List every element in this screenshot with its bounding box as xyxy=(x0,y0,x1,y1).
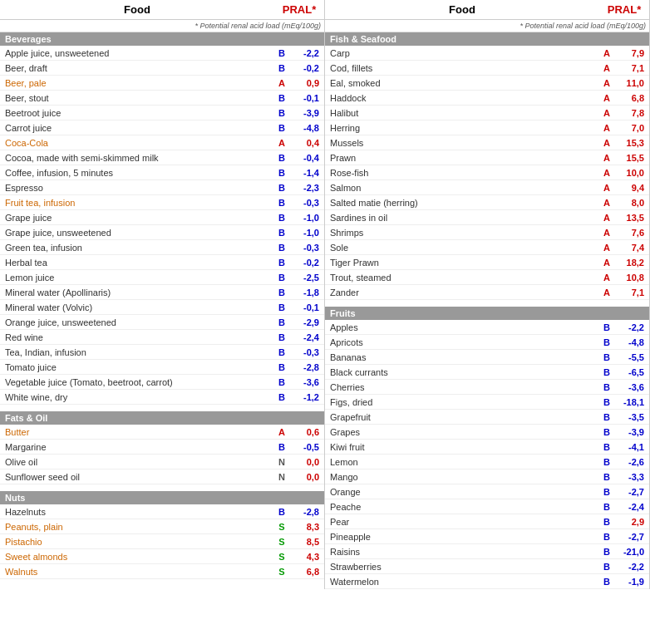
grade-badge: B xyxy=(274,332,289,342)
grade-badge: B xyxy=(274,213,289,223)
table-row: Cocoa, made with semi-skimmed milkB-0,4 xyxy=(0,150,324,165)
grade-badge: B xyxy=(599,532,614,542)
food-name: Shrimps xyxy=(325,227,599,238)
grade-badge: B xyxy=(274,153,289,163)
grade-badge: B xyxy=(599,322,614,332)
table-row: Fruit tea, infusionB-0,3 xyxy=(0,195,324,210)
table-row: HaddockA6,8 xyxy=(325,91,649,106)
right-column: Food PRAL* * Potential renal acid load (… xyxy=(325,0,650,589)
table-row: Sunflower seed oilN0,0 xyxy=(0,469,324,484)
food-name: Apple juice, unsweetened xyxy=(0,47,274,59)
table-row: Vegetable juice (Tomato, beetroot, carro… xyxy=(0,375,324,390)
grade-badge: B xyxy=(274,273,289,283)
grade-badge: A xyxy=(599,273,614,283)
table-row: Tea, Indian, infusionB-0,3 xyxy=(0,345,324,360)
table-row: Rose-fishA10,0 xyxy=(325,165,649,180)
food-name: Beetroot juice xyxy=(0,107,274,119)
food-name: Pistachio xyxy=(0,536,274,548)
food-name: Mussels xyxy=(325,137,599,149)
pral-value: -3,5 xyxy=(614,412,649,422)
grade-badge: A xyxy=(599,93,614,103)
table-row: Red wineB-2,4 xyxy=(0,330,324,345)
food-name: Coca-Cola xyxy=(0,137,274,149)
food-name: Grape juice, unsweetened xyxy=(0,227,274,238)
food-name: Haddock xyxy=(325,92,599,104)
pral-value: 7,1 xyxy=(614,63,649,73)
grade-badge: B xyxy=(274,258,289,268)
food-name: Red wine xyxy=(0,332,274,343)
left-subtitle: * Potential renal acid load (mEq/100g) xyxy=(0,20,324,32)
pral-value: -2,7 xyxy=(614,532,649,542)
pral-value: -2,2 xyxy=(289,48,324,58)
grade-badge: S xyxy=(274,567,289,577)
grade-badge: B xyxy=(599,442,614,452)
table-row: Coca-ColaA0,4 xyxy=(0,135,324,150)
table-row: Green tea, infusionB-0,3 xyxy=(0,240,324,255)
section-header-1: Fruits xyxy=(325,307,649,320)
pral-value: 8,3 xyxy=(289,522,324,532)
grade-badge: B xyxy=(599,517,614,527)
pral-value: -0,2 xyxy=(289,258,324,268)
pral-value: 15,3 xyxy=(614,138,649,148)
table-row: Figs, driedB-18,1 xyxy=(325,395,649,410)
food-name: Watermelon xyxy=(325,576,599,587)
grade-badge: A xyxy=(274,427,289,437)
pral-value: 0,4 xyxy=(289,138,324,148)
table-row: Carrot juiceB-4,8 xyxy=(0,120,324,135)
food-name: Cherries xyxy=(325,381,599,393)
grade-badge: B xyxy=(274,288,289,297)
food-name: Sunflower seed oil xyxy=(0,471,274,483)
table-row: EspressoB-2,3 xyxy=(0,180,324,195)
table-row: Sweet almondsS4,3 xyxy=(0,549,324,564)
pral-value: -3,3 xyxy=(614,472,649,482)
pral-value: 0,0 xyxy=(289,457,324,467)
food-name: Margarine xyxy=(0,441,274,453)
pral-value: -2,4 xyxy=(289,332,324,342)
food-name: Beer, stout xyxy=(0,92,274,104)
grade-badge: A xyxy=(599,153,614,163)
food-name: Cod, fillets xyxy=(325,62,599,74)
pral-value: -1,0 xyxy=(289,228,324,238)
food-name: Grapes xyxy=(325,426,599,438)
grade-badge: B xyxy=(599,352,614,362)
food-name: Orange juice, unsweetened xyxy=(0,317,274,328)
grade-badge: B xyxy=(599,472,614,482)
section-header-2: Nuts xyxy=(0,491,324,504)
pral-value: -3,6 xyxy=(289,377,324,387)
pral-value: -21,0 xyxy=(614,547,649,557)
food-name: Espresso xyxy=(0,182,274,194)
food-name: Walnuts xyxy=(0,566,274,578)
section-header-1: Fats & Oil xyxy=(0,411,324,425)
food-name: Hazelnuts xyxy=(0,506,274,518)
food-name: Rose-fish xyxy=(325,167,599,179)
pral-value: -2,4 xyxy=(614,502,649,512)
food-name: Herring xyxy=(325,122,599,134)
food-name: Halibut xyxy=(325,107,599,119)
section-spacer xyxy=(0,405,324,411)
right-subtitle: * Potential renal acid load (mEq/100g) xyxy=(325,20,649,32)
table-row: SalmonA9,4 xyxy=(325,180,649,195)
grade-badge: S xyxy=(274,537,289,547)
grade-badge: S xyxy=(274,522,289,532)
food-name: Sole xyxy=(325,242,599,253)
food-name: Herbal tea xyxy=(0,257,274,268)
grade-badge: A xyxy=(599,228,614,238)
pral-value: -1,8 xyxy=(289,288,324,297)
pral-value: 18,2 xyxy=(614,258,649,268)
food-name: Apricots xyxy=(325,337,599,348)
grade-badge: A xyxy=(599,198,614,208)
pral-value: -0,3 xyxy=(289,347,324,357)
pral-value: 7,1 xyxy=(614,288,649,297)
pral-value: 11,0 xyxy=(614,78,649,88)
table-row: Beer, stoutB-0,1 xyxy=(0,91,324,106)
table-row: Beetroot juiceB-3,9 xyxy=(0,106,324,120)
food-name: Fruit tea, infusion xyxy=(0,197,274,209)
table-row: MargarineB-0,5 xyxy=(0,440,324,455)
pral-value: 13,5 xyxy=(614,213,649,223)
grade-badge: A xyxy=(599,168,614,178)
right-header: Food PRAL* xyxy=(325,0,649,20)
table-row: GrapefruitB-3,5 xyxy=(325,410,649,425)
food-name: Grapefruit xyxy=(325,411,599,423)
pral-value: -2,9 xyxy=(289,317,324,327)
pral-value: 7,6 xyxy=(614,228,649,238)
